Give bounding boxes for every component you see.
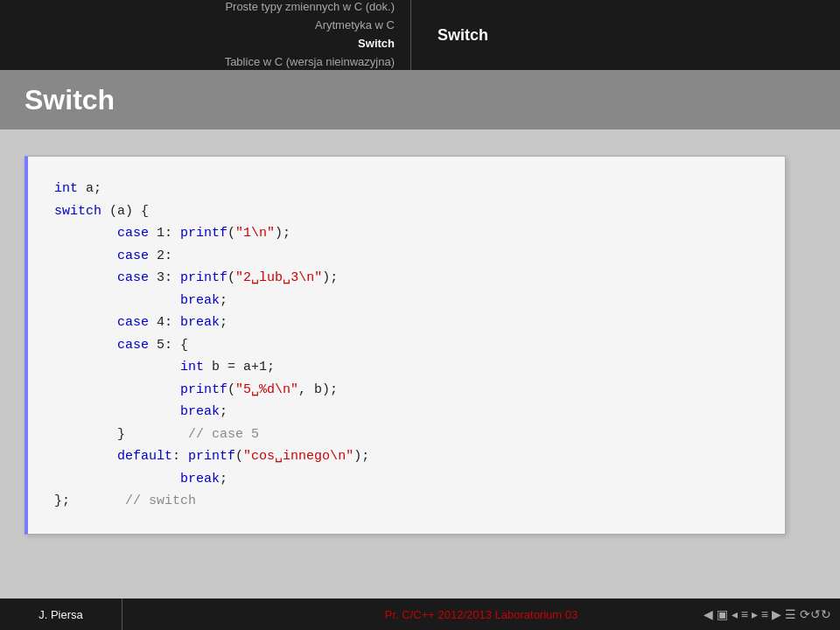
nav-item-4[interactable]: Tablice w C (wersja nieinwazyjna) <box>225 53 395 72</box>
code-content: int a; switch (a) { case 1: printf("1\n"… <box>54 178 759 513</box>
nav-search-icon[interactable]: ⟳↺↻ <box>800 607 831 621</box>
code-box: int a; switch (a) { case 1: printf("1\n"… <box>24 156 786 535</box>
header-title-area: Switch <box>411 26 840 45</box>
footer-author: J. Piersa <box>0 598 122 630</box>
footer: J. Piersa Pr. C/C++ 2012/2013 Laboratori… <box>0 598 840 630</box>
nav-menu-icon[interactable]: ☰ <box>785 607 796 621</box>
header-nav: Proste typy zmiennych w C (dok.) Arytmet… <box>0 0 411 70</box>
section-title: Switch <box>24 84 115 116</box>
nav-item-active[interactable]: Switch <box>358 35 395 53</box>
nav-item-2[interactable]: Arytmetyka w C <box>315 17 395 35</box>
nav-item-1[interactable]: Proste typy zmiennych w C (dok.) <box>225 0 395 17</box>
nav-frame-icon[interactable]: ▣ <box>717 607 728 621</box>
nav-list-icon[interactable]: ≡ <box>741 607 748 621</box>
header: Proste typy zmiennych w C (dok.) Arytmet… <box>0 0 840 70</box>
nav-right-icon[interactable]: ▸ <box>752 607 758 621</box>
nav-left-icon[interactable]: ◂ <box>732 607 738 621</box>
nav-next-icon[interactable]: ▶ <box>772 607 781 621</box>
nav-prev-icon[interactable]: ◀ <box>704 607 713 621</box>
main-content: int a; switch (a) { case 1: printf("1\n"… <box>0 130 840 567</box>
footer-icons: ◀ ▣ ◂ ≡ ▸ ≡ ▶ ☰ ⟳↺↻ <box>704 598 831 630</box>
section-title-bar: Switch <box>0 70 840 130</box>
nav-list2-icon[interactable]: ≡ <box>761 607 768 621</box>
header-current-section: Switch <box>438 26 488 45</box>
